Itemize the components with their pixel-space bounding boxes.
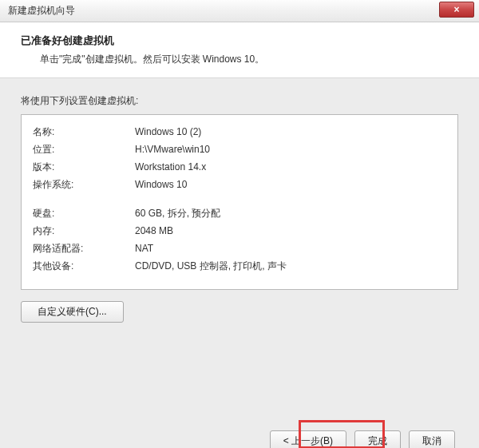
row-value: 60 GB, 拆分, 预分配	[135, 204, 446, 222]
customize-row: 自定义硬件(C)...	[21, 301, 458, 323]
body-area: 将使用下列设置创建虚拟机: 名称:Windows 10 (2) 位置:H:\VM…	[0, 94, 479, 323]
row-label: 网络适配器:	[33, 240, 135, 257]
row-label: 操作系统:	[33, 176, 135, 193]
row-value: NAT	[135, 240, 446, 257]
intro-text: 将使用下列设置创建虚拟机:	[21, 94, 458, 108]
row-value: Windows 10 (2)	[135, 123, 446, 141]
close-button[interactable]: ×	[439, 2, 474, 18]
summary-row: 操作系统:Windows 10	[33, 176, 446, 193]
footer: < 上一步(B) 完成 取消	[0, 418, 479, 448]
row-value: Windows 10	[135, 176, 446, 193]
row-label: 其他设备:	[33, 257, 135, 275]
row-value: Workstation 14.x	[135, 158, 446, 176]
header-panel: 已准备好创建虚拟机 单击"完成"创建虚拟机。然后可以安装 Windows 10。	[0, 22, 479, 78]
back-button[interactable]: < 上一步(B)	[270, 430, 346, 448]
summary-row: 版本:Workstation 14.x	[33, 158, 446, 176]
summary-row: 位置:H:\VMware\win10	[33, 141, 446, 158]
row-value: CD/DVD, USB 控制器, 打印机, 声卡	[135, 257, 446, 275]
summary-row: 硬盘:60 GB, 拆分, 预分配	[33, 204, 446, 222]
header-title: 已准备好创建虚拟机	[21, 34, 471, 48]
row-label: 版本:	[33, 158, 135, 176]
row-label: 内存:	[33, 222, 135, 240]
row-label: 硬盘:	[33, 204, 135, 222]
row-value: 2048 MB	[135, 222, 446, 240]
row-label: 位置:	[33, 141, 135, 158]
cancel-button[interactable]: 取消	[409, 430, 455, 448]
close-icon: ×	[453, 4, 459, 15]
summary-box: 名称:Windows 10 (2) 位置:H:\VMware\win10 版本:…	[21, 114, 458, 290]
summary-row: 名称:Windows 10 (2)	[33, 123, 446, 141]
header-subtitle: 单击"完成"创建虚拟机。然后可以安装 Windows 10。	[21, 53, 471, 66]
summary-row: 内存:2048 MB	[33, 222, 446, 240]
row-value: H:\VMware\win10	[135, 141, 446, 158]
summary-row: 其他设备:CD/DVD, USB 控制器, 打印机, 声卡	[33, 257, 446, 275]
customize-hardware-button[interactable]: 自定义硬件(C)...	[21, 301, 124, 323]
summary-row: 网络适配器:NAT	[33, 240, 446, 257]
titlebar: 新建虚拟机向导 ×	[0, 0, 479, 22]
window-title: 新建虚拟机向导	[8, 4, 75, 18]
finish-button[interactable]: 完成	[354, 430, 401, 448]
row-label: 名称:	[33, 123, 135, 141]
